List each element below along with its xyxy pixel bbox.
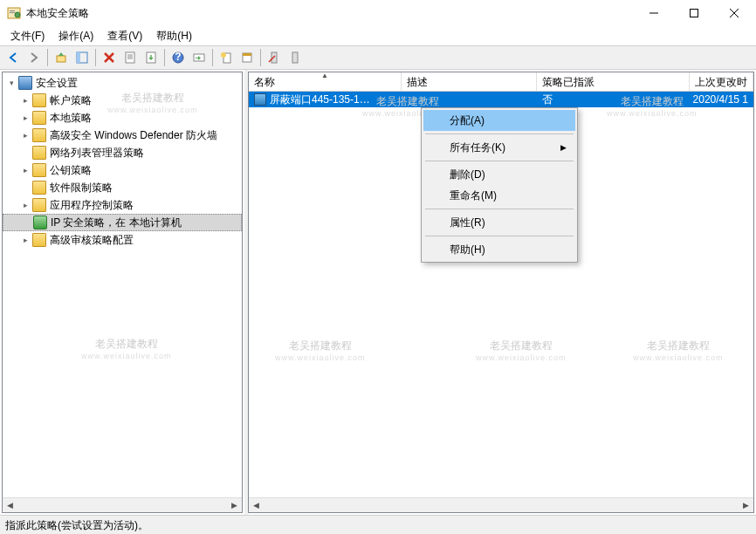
toolbar-separator xyxy=(164,49,165,66)
maximize-button[interactable] xyxy=(674,0,714,26)
expand-icon[interactable]: ▸ xyxy=(20,95,31,106)
list-body[interactable]: 屏蔽端口445-135-1… 否 2020/4/15 1 老吴搭建教程www.w… xyxy=(249,92,753,497)
unassign-icon[interactable] xyxy=(265,48,284,67)
column-desc[interactable]: 描述 xyxy=(402,72,537,91)
tree-root-node[interactable]: ▾ 安全设置 xyxy=(3,74,242,92)
tree-item-account-policy[interactable]: ▸帐户策略 xyxy=(3,92,242,109)
sort-asc-icon: ▲ xyxy=(321,72,328,79)
expand-icon[interactable]: ▸ xyxy=(20,130,31,140)
menu-separator xyxy=(425,236,574,236)
collapse-icon[interactable]: ▾ xyxy=(6,78,17,88)
main-body: ▾ 安全设置 ▸帐户策略 ▸本地策略 ▸高级安全 Windows Defende… xyxy=(0,70,756,515)
tree-item-app-control[interactable]: ▸应用程序控制策略 xyxy=(3,196,242,214)
menu-file[interactable]: 文件(F) xyxy=(3,27,52,45)
manage-filters-button[interactable] xyxy=(237,48,257,67)
tree-item-label: 本地策略 xyxy=(50,111,92,126)
watermark-text: 老吴搭建教程 xyxy=(490,339,553,352)
minimize-button[interactable] xyxy=(634,0,674,26)
policy-icon xyxy=(33,216,47,229)
toolbar-separator xyxy=(95,49,96,66)
folder-icon xyxy=(32,198,46,212)
scroll-left-icon[interactable]: ◀ xyxy=(3,498,17,513)
svg-point-22 xyxy=(221,52,226,58)
svg-point-3 xyxy=(15,12,20,17)
column-assigned[interactable]: 策略已指派 xyxy=(537,72,690,91)
scroll-right-icon[interactable]: ▶ xyxy=(739,498,753,513)
column-lastmod[interactable]: 上次更改时间 xyxy=(690,72,753,91)
tree-item-local-policy[interactable]: ▸本地策略 xyxy=(3,109,242,127)
menu-help[interactable]: 帮助(H) xyxy=(149,27,199,45)
tree-item-network-list[interactable]: 网络列表管理器策略 xyxy=(3,144,242,161)
cell-assigned: 否 xyxy=(537,92,690,107)
scroll-track[interactable] xyxy=(264,498,739,513)
context-menu-rename[interactable]: 重命名(M) xyxy=(423,185,575,206)
toolbar-separator xyxy=(47,49,48,66)
folder-icon xyxy=(32,181,46,195)
expand-icon[interactable]: ▸ xyxy=(20,235,31,245)
tree-item-public-key[interactable]: ▸公钥策略 xyxy=(3,161,242,179)
watermark-text: 老吴搭建教程 xyxy=(95,338,158,350)
expand-icon[interactable]: ▸ xyxy=(20,200,31,210)
assign-icon[interactable] xyxy=(285,48,305,67)
tree-item-software-restriction[interactable]: 软件限制策略 xyxy=(3,179,242,196)
help-button[interactable]: ? xyxy=(168,48,188,67)
context-menu-all-tasks[interactable]: 所有任务(K)▶ xyxy=(423,137,575,158)
tree-item-label: 软件限制策略 xyxy=(50,181,113,195)
tree-item-label: 网络列表管理器策略 xyxy=(50,146,144,161)
svg-text:?: ? xyxy=(175,51,181,63)
export-button[interactable] xyxy=(141,48,161,67)
menu-bar: 文件(F) 操作(A) 查看(V) 帮助(H) xyxy=(0,26,756,45)
tree-pane[interactable]: ▾ 安全设置 ▸帐户策略 ▸本地策略 ▸高级安全 Windows Defende… xyxy=(2,72,243,513)
context-menu-properties[interactable]: 属性(R) xyxy=(423,212,575,233)
security-icon xyxy=(18,76,32,90)
menu-separator xyxy=(425,161,574,161)
tree-item-label: 帐户策略 xyxy=(50,93,92,108)
back-button[interactable] xyxy=(3,48,23,67)
list-hscrollbar[interactable]: ◀ ▶ xyxy=(249,497,753,512)
folder-icon xyxy=(32,93,46,107)
scroll-left-icon[interactable]: ◀ xyxy=(249,498,264,513)
menu-action[interactable]: 操作(A) xyxy=(52,27,100,45)
svg-rect-27 xyxy=(292,52,298,63)
action-button-1[interactable] xyxy=(189,48,209,67)
tree-item-ip-security[interactable]: IP 安全策略，在 本地计算机 xyxy=(3,214,242,231)
tree-item-defender-firewall[interactable]: ▸高级安全 Windows Defender 防火墙 xyxy=(3,127,242,144)
blank-expander xyxy=(21,217,31,228)
toolbar: ? xyxy=(0,45,756,70)
svg-rect-13 xyxy=(126,52,134,63)
menu-separator xyxy=(425,134,574,134)
policy-row-icon xyxy=(254,93,266,106)
tree-item-label: 高级安全 Windows Defender 防火墙 xyxy=(50,128,217,143)
properties-button[interactable] xyxy=(120,48,140,67)
up-button[interactable] xyxy=(52,48,71,67)
svg-rect-1 xyxy=(10,10,15,11)
svg-rect-8 xyxy=(57,56,65,62)
show-hide-tree-button[interactable] xyxy=(72,48,92,67)
expand-icon[interactable]: ▸ xyxy=(20,165,31,175)
tree-item-audit-policy[interactable]: ▸高级审核策略配置 xyxy=(3,231,242,249)
scroll-right-icon[interactable]: ▶ xyxy=(227,498,242,513)
close-button[interactable] xyxy=(714,0,754,26)
tree-hscrollbar[interactable]: ◀ ▶ xyxy=(3,497,242,512)
status-text: 指派此策略(尝试设置为活动)。 xyxy=(5,519,148,531)
list-row[interactable]: 屏蔽端口445-135-1… 否 2020/4/15 1 xyxy=(249,92,753,107)
watermark-sub: www.weixiaolive.com xyxy=(81,352,172,360)
create-policy-button[interactable] xyxy=(216,48,236,67)
tree-item-label: IP 安全策略，在 本地计算机 xyxy=(51,216,182,230)
cell-name: 屏蔽端口445-135-1… xyxy=(249,92,402,107)
folder-icon xyxy=(32,163,46,177)
menu-view[interactable]: 查看(V) xyxy=(100,27,149,45)
list-header: 名称▲ 描述 策略已指派 上次更改时间 xyxy=(249,72,753,92)
list-pane[interactable]: 名称▲ 描述 策略已指派 上次更改时间 屏蔽端口445-135-1… 否 202… xyxy=(248,72,754,513)
context-menu-delete[interactable]: 删除(D) xyxy=(423,164,575,185)
expand-icon[interactable]: ▸ xyxy=(20,113,31,123)
column-name[interactable]: 名称▲ xyxy=(249,72,402,91)
submenu-arrow-icon: ▶ xyxy=(560,143,567,152)
scroll-track[interactable] xyxy=(17,498,227,513)
context-menu-help[interactable]: 帮助(H) xyxy=(423,239,575,260)
delete-button[interactable] xyxy=(100,48,119,67)
cell-lastmod: 2020/4/15 1 xyxy=(690,93,753,106)
forward-button[interactable] xyxy=(24,48,44,67)
folder-icon xyxy=(32,233,46,247)
context-menu-assign[interactable]: 分配(A) xyxy=(423,110,575,131)
